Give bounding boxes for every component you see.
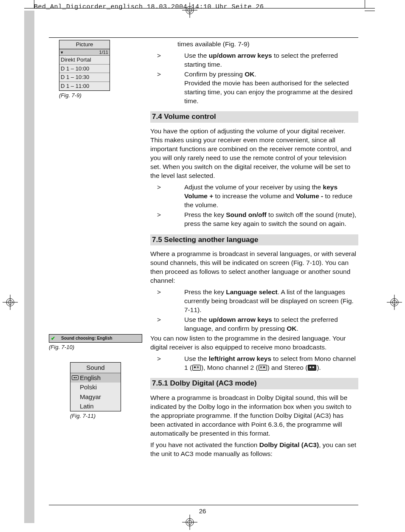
- step-marker: >: [150, 70, 184, 106]
- rule-bottom: [49, 505, 358, 505]
- side-column: Picture ▾ 1/11 Direkt Portal D 1 – 10:00…: [49, 40, 138, 420]
- step-item: > Use the left/right arrow keys to selec…: [150, 355, 358, 372]
- list-item: English: [70, 373, 121, 383]
- step-item: > Use the up/down arrow keys to select t…: [150, 51, 358, 69]
- figure-title: Picture: [59, 40, 110, 49]
- list-item: D 1 – 10:00: [59, 65, 110, 73]
- crop-mark: [365, 0, 365, 8]
- figure-7-9: Picture ▾ 1/11 Direkt Portal D 1 – 10:00…: [59, 40, 110, 91]
- step-item: > Use the up/down arrow keys to select t…: [150, 315, 358, 333]
- banner-label: Sound choosing: English: [61, 335, 112, 341]
- section-heading: 7.5.1 Dolby Digital (AC3 mode): [150, 378, 358, 389]
- crop-mark: [365, 11, 375, 11]
- check-icon: ✔: [51, 335, 55, 342]
- step-item: > Adjust the volume of your receiver by …: [150, 183, 358, 210]
- figure-counter: ▾ 1/11: [59, 49, 110, 56]
- body-text: You have the option of adjusting the vol…: [150, 127, 358, 180]
- step-text: Use the up/down arrow keys to select the…: [184, 51, 358, 69]
- step-text: Confirm by pressing OK.Provided the movi…: [184, 70, 358, 106]
- body-text: You can now listen to the programme in t…: [150, 334, 358, 352]
- rule-top: [49, 37, 358, 38]
- body-text: If you have not activated the function D…: [150, 441, 358, 459]
- list-item: D 1 – 11:00: [59, 82, 110, 90]
- body-text: times available (Fig. 7-9): [150, 40, 358, 49]
- registration-mark-icon: [182, 515, 197, 530]
- step-marker: >: [150, 51, 184, 69]
- step-marker: >: [150, 288, 184, 315]
- step-marker: >: [150, 211, 184, 228]
- body-text: Where a programme is broadcast in severa…: [150, 250, 358, 285]
- main-column: times available (Fig. 7-9) > Use the up/…: [150, 40, 358, 461]
- document-page: Bed_Anl_Digicorder_englisch 18.03.2004 1…: [0, 0, 405, 532]
- counter-text: 1/11: [99, 49, 108, 56]
- figure-title: Sound: [70, 363, 121, 373]
- crop-mark: [24, 8, 375, 8]
- step-item: > Press the key Sound on/off to switch o…: [150, 211, 358, 228]
- dropdown-icon: ▾: [61, 49, 63, 56]
- list-item: Direkt Portal: [59, 56, 110, 65]
- step-text: Press the key Language select. A list of…: [184, 288, 358, 315]
- list-item: Polski: [70, 383, 121, 392]
- crop-mark: [34, 0, 34, 8]
- margin-fill: [24, 11, 34, 523]
- section-heading: 7.5 Selecting another language: [150, 234, 358, 246]
- step-text: Use the up/down arrow keys to select the…: [184, 315, 358, 333]
- figure-7-11: Sound English Polski Magyar Latin: [70, 362, 121, 411]
- list-item: D 1 – 10:30: [59, 73, 110, 82]
- step-text: Press the key Sound on/off to switch off…: [184, 211, 358, 228]
- step-text: Use the left/right arrow keys to select …: [184, 355, 358, 372]
- body-text: Where a programme is broadcast in Dolby …: [150, 394, 358, 438]
- mono2-icon: [259, 365, 267, 371]
- list-item: Latin: [70, 402, 121, 411]
- page-number: 26: [0, 507, 405, 515]
- registration-mark-icon: [3, 295, 18, 310]
- step-text: Adjust the volume of your receiver by us…: [184, 183, 358, 210]
- stereo-icon: [308, 365, 316, 371]
- print-slug: Bed_Anl_Digicorder_englisch 18.03.2004 1…: [34, 3, 264, 11]
- figure-7-10: ✔ Sound choosing: English: [49, 334, 142, 343]
- step-marker: >: [150, 183, 184, 210]
- figure-caption: (Fig. 7-11): [70, 412, 138, 420]
- step-item: > Press the key Language select. A list …: [150, 288, 358, 315]
- step-marker: >: [150, 315, 184, 333]
- figure-caption: (Fig. 7-10): [49, 343, 138, 351]
- figure-caption: (Fig. 7-9): [59, 92, 138, 99]
- step-marker: >: [150, 355, 184, 372]
- registration-mark-icon: [387, 295, 402, 310]
- registration-mark-icon: [182, 3, 197, 18]
- step-item: > Confirm by pressing OK.Provided the mo…: [150, 70, 358, 106]
- mono1-icon: [192, 365, 201, 371]
- section-heading: 7.4 Volume control: [150, 111, 358, 123]
- list-item: Magyar: [70, 392, 121, 402]
